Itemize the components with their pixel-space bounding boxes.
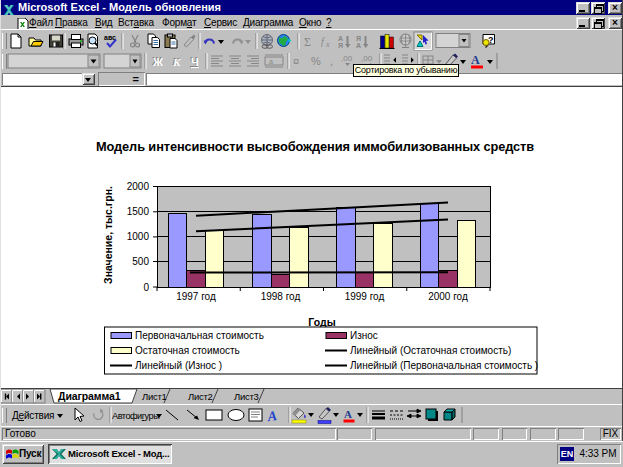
svg-text:Я: Я	[338, 42, 343, 49]
svg-text:Я: Я	[356, 35, 361, 42]
svg-text:1997 год: 1997 год	[176, 291, 216, 302]
svg-text:К: К	[172, 56, 181, 68]
svg-text:Лист2: Лист2	[188, 391, 212, 402]
svg-text:%: %	[311, 55, 321, 67]
svg-text:Линейный (Износ ): Линейный (Износ )	[135, 360, 222, 371]
svg-text:Износ: Износ	[350, 330, 378, 341]
svg-text:Ж: Ж	[152, 56, 163, 68]
svg-text:a: a	[269, 58, 273, 65]
svg-text:x: x	[325, 40, 330, 49]
svg-text:авс: авс	[104, 34, 116, 41]
svg-text:Диаграмма1: Диаграмма1	[58, 390, 121, 402]
svg-text:Линейный (Остаточная стоимость: Линейный (Остаточная стоимость)	[350, 345, 511, 356]
svg-text:¤: ¤	[293, 55, 299, 67]
svg-text:Автофигуры: Автофигуры	[112, 411, 159, 421]
svg-text:1998 год: 1998 год	[261, 291, 301, 302]
svg-text:Первоначальная стоимость: Первоначальная стоимость	[135, 330, 264, 341]
svg-text:0: 0	[143, 282, 149, 293]
svg-text:А: А	[471, 53, 480, 67]
svg-text:?: ?	[488, 35, 494, 45]
svg-text:А: А	[338, 35, 343, 42]
svg-text:500: 500	[132, 256, 149, 267]
svg-text:1000: 1000	[127, 231, 150, 242]
svg-text:,00: ,00	[361, 54, 373, 63]
svg-text:Годы: Годы	[308, 316, 335, 328]
svg-text:Лист1: Лист1	[142, 391, 166, 402]
svg-text:Σ: Σ	[304, 35, 311, 49]
svg-text:f: f	[321, 36, 325, 47]
svg-text:1999 год: 1999 год	[345, 291, 385, 302]
svg-text:Линейный (Первоначальная стоим: Линейный (Первоначальная стоимость )	[350, 360, 538, 371]
svg-text:А: А	[344, 408, 352, 420]
svg-text:2000 год: 2000 год	[428, 291, 468, 302]
svg-text:Модель интенсивности высвобожд: Модель интенсивности высвобождения иммоб…	[96, 139, 534, 154]
svg-text:,: ,	[330, 55, 333, 67]
svg-text:Лист3: Лист3	[234, 391, 258, 402]
svg-text:1500: 1500	[127, 206, 150, 217]
svg-text:А: А	[356, 42, 361, 49]
svg-text:Ч: Ч	[191, 56, 199, 68]
svg-text:2000: 2000	[127, 181, 150, 192]
svg-text:Значение, тыс.грн.: Значение, тыс.грн.	[102, 186, 114, 284]
svg-text:Остаточная стоимость: Остаточная стоимость	[135, 345, 240, 356]
svg-text:A: A	[266, 408, 278, 424]
svg-text:Действия: Действия	[12, 410, 54, 421]
svg-text:,00: ,00	[341, 54, 353, 63]
